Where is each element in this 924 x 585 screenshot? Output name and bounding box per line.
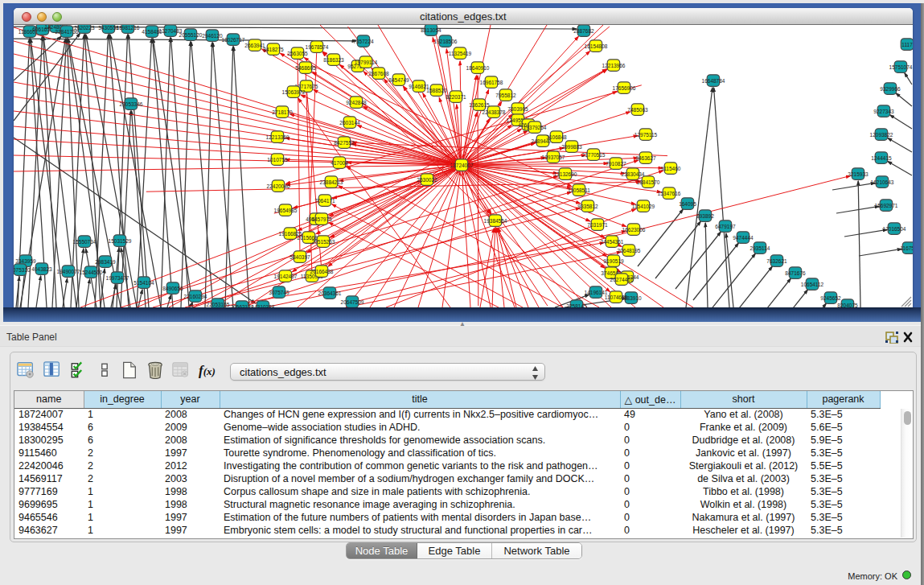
svg-text:11541029: 11541029: [632, 204, 655, 209]
svg-text:8454749: 8454749: [388, 77, 409, 83]
svg-text:8490656: 8490656: [162, 286, 183, 291]
svg-text:17656906: 17656906: [613, 85, 636, 91]
svg-text:2620223: 2620223: [74, 25, 95, 31]
svg-text:19678574: 19678574: [306, 44, 329, 50]
svg-text:2867608: 2867608: [368, 71, 389, 76]
svg-text:16961758: 16961758: [480, 80, 503, 85]
svg-text:7955812: 7955812: [495, 93, 516, 98]
svg-text:116753: 116753: [900, 245, 912, 251]
svg-text:8427552: 8427552: [334, 140, 355, 146]
svg-text:12975115: 12975115: [634, 132, 658, 138]
svg-text:13132690: 13132690: [554, 171, 577, 177]
svg-text:417004: 417004: [331, 160, 348, 166]
svg-text:20648195: 20648195: [618, 248, 641, 253]
svg-text:7357224: 7357224: [353, 39, 374, 44]
svg-text:20166438: 20166438: [310, 269, 334, 274]
svg-text:18981216: 18981216: [117, 25, 140, 31]
svg-text:2530022: 2530022: [417, 177, 437, 183]
svg-text:2935114: 2935114: [750, 245, 770, 251]
svg-text:3343959: 3343959: [15, 258, 36, 264]
svg-text:5468605: 5468605: [295, 65, 316, 71]
svg-text:15347616: 15347616: [658, 191, 681, 196]
svg-text:7485063: 7485063: [627, 107, 648, 113]
svg-text:19142407: 19142407: [274, 274, 298, 279]
svg-text:3215933: 3215933: [848, 171, 869, 177]
svg-text:15692971: 15692971: [875, 203, 898, 208]
svg-text:22438378: 22438378: [483, 109, 506, 115]
svg-text:17016504: 17016504: [883, 226, 906, 232]
svg-text:9115460: 9115460: [661, 166, 681, 171]
svg-text:20647509: 20647509: [341, 299, 364, 305]
svg-text:12213966: 12213966: [602, 63, 626, 68]
svg-text:9227343: 9227343: [873, 109, 894, 114]
svg-text:8204075: 8204075: [837, 303, 858, 308]
svg-text:2563055: 2563055: [287, 51, 308, 56]
svg-text:5154104: 5154104: [133, 280, 154, 286]
svg-text:18841570: 18841570: [637, 179, 660, 185]
svg-text:19490077: 19490077: [57, 269, 80, 274]
svg-text:24454361: 24454361: [601, 239, 624, 245]
svg-text:15751074: 15751074: [889, 64, 913, 70]
svg-text:19218506: 19218506: [434, 39, 458, 44]
svg-text:9242848: 9242848: [346, 100, 367, 105]
svg-text:2663941: 2663941: [244, 43, 265, 48]
svg-text:7632621: 7632621: [766, 258, 787, 264]
svg-text:164095: 164095: [679, 201, 696, 207]
svg-text:8418275: 8418275: [263, 47, 284, 52]
svg-text:1362615: 1362615: [469, 102, 490, 108]
svg-text:8220371: 8220371: [446, 94, 466, 100]
svg-text:16648784: 16648784: [702, 78, 725, 84]
svg-text:9190519: 9190519: [603, 258, 624, 264]
svg-text:8471676: 8471676: [785, 270, 806, 276]
svg-text:8186323: 8186323: [323, 57, 344, 63]
svg-text:19799114: 19799114: [355, 60, 378, 65]
svg-text:9463627: 9463627: [635, 155, 656, 161]
svg-text:11058511: 11058511: [568, 187, 590, 193]
svg-text:9335812: 9335812: [577, 204, 598, 209]
svg-text:2983419: 2983419: [95, 259, 116, 265]
svg-text:9329966: 9329966: [880, 86, 901, 92]
svg-text:10654112: 10654112: [801, 282, 824, 287]
svg-text:9474444: 9474444: [733, 235, 754, 241]
svg-text:1244415: 1244415: [871, 155, 892, 161]
svg-text:19384554: 19384554: [484, 218, 507, 224]
svg-text:1588520: 1588520: [426, 88, 447, 93]
svg-text:22420046: 22420046: [267, 183, 290, 189]
svg-text:2999883: 2999883: [561, 144, 582, 150]
svg-text:893892: 893892: [696, 213, 714, 219]
svg-text:12093822: 12093822: [870, 132, 893, 138]
svg-text:11074688: 11074688: [605, 295, 628, 300]
svg-text:4457975: 4457975: [311, 216, 332, 222]
svg-text:15550734: 15550734: [73, 239, 97, 245]
svg-text:16623006: 16623006: [622, 227, 646, 233]
svg-text:2887682: 2887682: [573, 28, 594, 34]
svg-text:20364361: 20364361: [318, 290, 342, 296]
svg-text:18026717: 18026717: [222, 37, 245, 43]
svg-text:2603144: 2603144: [339, 120, 360, 126]
svg-text:4043823: 4043823: [31, 266, 52, 272]
svg-text:16154808: 16154808: [585, 43, 608, 49]
svg-text:8813054: 8813054: [421, 27, 441, 33]
svg-text:5840397: 5840397: [290, 254, 310, 260]
svg-text:21770515: 21770515: [582, 152, 606, 158]
svg-text:2258145: 2258145: [566, 303, 587, 308]
svg-text:23884213: 23884213: [320, 179, 343, 185]
svg-text:15244500: 15244500: [80, 270, 103, 275]
svg-text:2946120: 2946120: [202, 33, 223, 39]
svg-text:3075745: 3075745: [269, 290, 290, 295]
svg-text:16210643: 16210643: [871, 179, 894, 185]
svg-text:19654985: 19654985: [274, 208, 298, 213]
svg-text:11325419: 11325419: [449, 51, 472, 56]
svg-text:19379254: 19379254: [524, 125, 547, 130]
svg-text:22160294: 22160294: [184, 294, 207, 299]
svg-text:12213369: 12213369: [266, 134, 290, 140]
svg-text:15031529: 15031529: [109, 238, 132, 244]
svg-text:22053165: 22053165: [207, 302, 230, 307]
svg-text:20562129: 20562129: [231, 304, 254, 308]
svg-text:29053346: 29053346: [120, 101, 143, 107]
svg-text:7064171: 7064171: [314, 198, 335, 204]
svg-text:2718170: 2718170: [272, 109, 293, 115]
svg-text:20515263: 20515263: [312, 239, 335, 245]
svg-text:18640910: 18640910: [466, 65, 490, 71]
svg-text:7031971: 7031971: [587, 222, 608, 228]
